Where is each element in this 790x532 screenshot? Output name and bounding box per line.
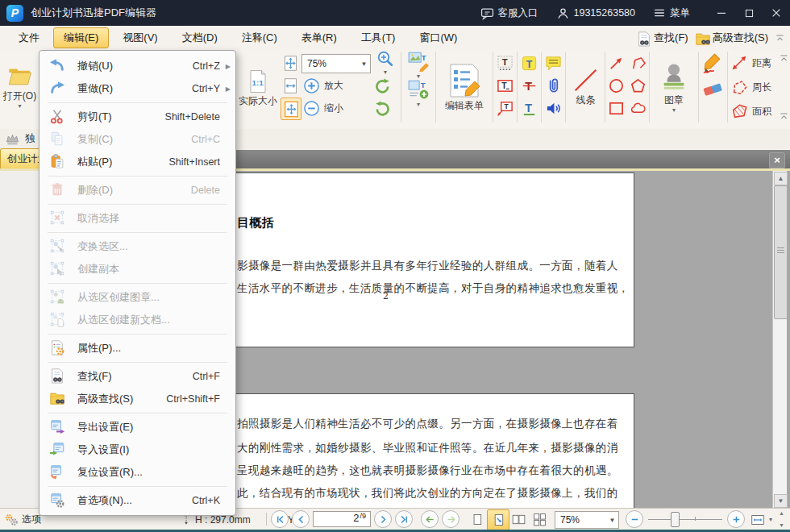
menubar-item-4[interactable]: 文档(D) (172, 27, 228, 48)
zoom-level-combo[interactable]: 75%▼ (301, 54, 371, 73)
collapse-toolbar-icon[interactable] (779, 111, 789, 122)
menubar: 文件编辑(E)视图(V)文档(D)注释(C)表单(R)工具(T)窗口(W) 查找… (0, 26, 790, 50)
scroll-down-mini-icon[interactable]: ▼ (779, 522, 784, 528)
collapse-menubar-icon[interactable] (775, 33, 785, 44)
four-page-layout-button[interactable] (529, 509, 550, 529)
zoom-slider-track[interactable] (648, 519, 722, 520)
pentagon-shape-button[interactable] (628, 75, 648, 96)
menubar-item-2[interactable]: 编辑(E) (53, 27, 109, 48)
textbox-button[interactable]: T (494, 75, 516, 96)
line-tool-button[interactable]: 线条 (568, 52, 604, 121)
underline-button[interactable]: T (518, 98, 540, 118)
open-button[interactable]: 打开(O)▾ (2, 52, 38, 123)
zoom-in-button[interactable]: 放大 (301, 75, 364, 96)
typewriter-button[interactable]: T (494, 52, 516, 73)
polyline-shape-button[interactable] (628, 52, 648, 73)
menu-item-粘贴P[interactable]: 粘贴(P)Shift+Insert (40, 151, 235, 173)
options-button[interactable]: 选项 (3, 511, 41, 528)
menu-item-属性P[interactable]: 属性(P)... (40, 337, 235, 360)
rotate-right-button[interactable] (369, 98, 395, 118)
rectangle-shape-button[interactable] (606, 98, 626, 118)
stamp-button[interactable]: 图章▾ (651, 52, 696, 124)
status-zoom-out-button[interactable] (626, 510, 643, 528)
strikeout-button[interactable]: T (518, 75, 540, 96)
callout-icon: T (497, 100, 514, 117)
fit-width-view-button[interactable]: ▾ (750, 511, 772, 528)
menu-item-shortcut: Shift+Insert (168, 156, 220, 168)
view-back-button[interactable] (421, 510, 439, 528)
sound-button[interactable] (543, 98, 564, 118)
support-entry-link[interactable]: 客服入口 (480, 6, 538, 20)
edit-object-button[interactable]: T▾ (403, 52, 434, 77)
highlight-button[interactable]: T (518, 52, 540, 73)
scroll-up-mini-icon[interactable]: ▲ (779, 510, 784, 516)
menu-item-label: 删除(D) (77, 183, 191, 197)
marquee-zoom-button[interactable]: ▾ (371, 52, 400, 73)
menu-item-高级查找S[interactable]: 高级查找(S)Ctrl+Shift+F (40, 388, 235, 410)
menu-item-剪切T[interactable]: 剪切(T)Shift+Delete (40, 106, 235, 128)
close-button[interactable] (763, 0, 790, 26)
menu-item-导入设置I[interactable]: 导入设置(I) (40, 438, 235, 461)
collapse-toolbar-icon[interactable] (779, 53, 789, 64)
fit-width-button[interactable] (281, 75, 300, 96)
status-zoom-in-button[interactable] (727, 510, 745, 528)
rotate-left-button[interactable] (369, 75, 395, 96)
circle-shape-button[interactable] (606, 75, 626, 96)
menubar-item-8[interactable]: 窗口(W) (409, 27, 468, 48)
scrollbar-thumb[interactable] (774, 185, 788, 319)
statusbar-scroll-corner[interactable]: ▲▼ (775, 510, 788, 528)
menu-item-重做R[interactable]: 重做(R)Ctrl+Y▶ (40, 77, 235, 100)
page-number-input[interactable]: 2/9 (313, 511, 371, 527)
close-icon (770, 6, 783, 19)
menu-item-导出设置E[interactable]: 导出设置(E) (40, 416, 235, 438)
arrow-shape-button[interactable] (606, 52, 626, 73)
edit-form-button[interactable]: 编辑表单 (437, 52, 492, 121)
perimeter-button[interactable]: 周长 (729, 76, 782, 98)
zoom-out-button[interactable]: 缩小 (301, 98, 364, 118)
note-button[interactable] (543, 52, 564, 73)
menu-item-首选项N[interactable]: 首选项(N)...Ctrl+K (40, 489, 235, 512)
menubar-item-7[interactable]: 工具(T) (351, 27, 406, 48)
scroll-up-button[interactable]: ▲ (774, 172, 788, 185)
status-zoom-combo[interactable]: 75%▼ (555, 511, 619, 529)
first-page-button[interactable] (271, 510, 289, 528)
attachment-button[interactable] (543, 75, 564, 96)
continuous-layout-button[interactable] (487, 509, 509, 530)
previous-page-button[interactable] (292, 510, 310, 528)
menubar-item-1[interactable]: 文件 (8, 27, 50, 48)
menubar-item-3[interactable]: 视图(V) (112, 27, 168, 48)
menubar-item-5[interactable]: 注释(C) (231, 27, 288, 48)
typewriter-icon: T (497, 55, 514, 72)
distance-button[interactable]: 距离 (729, 52, 782, 74)
find-menu-button[interactable]: 查找(F) (636, 31, 688, 45)
last-page-button[interactable] (395, 510, 413, 528)
next-page-button[interactable] (374, 510, 392, 528)
pencil-tool-button[interactable] (700, 52, 726, 74)
menu-item-复位设置R[interactable]: 复位设置(R)... (40, 461, 235, 484)
document-close-button[interactable]: × (769, 152, 785, 168)
menu-item-撤销U[interactable]: 撤销(U)Ctrl+Z▶ (40, 55, 235, 77)
area-button[interactable]: 面积 (729, 100, 782, 123)
vertical-scrollbar[interactable]: ▲ ▼ (772, 171, 787, 508)
callout-button[interactable]: T (494, 98, 516, 118)
single-page-layout-button[interactable] (466, 509, 487, 529)
cloud-shape-button[interactable] (628, 98, 648, 118)
view-forward-button[interactable] (442, 510, 459, 528)
menu-item-查找F[interactable]: 查找(F)Ctrl+F (40, 365, 235, 388)
actual-size-button[interactable]: 1:1实际大小 (237, 52, 279, 123)
account-phone[interactable]: 19315263580 (556, 6, 635, 20)
stamp-button-label: 图章 (664, 95, 684, 106)
advanced-find-menu-button[interactable]: 高级查找(S) (695, 31, 768, 45)
fit-visible-button[interactable] (281, 98, 301, 120)
menubar-item-6[interactable]: 表单(R) (291, 27, 347, 48)
eraser-tool-button[interactable] (700, 77, 726, 100)
two-page-layout-button[interactable] (508, 509, 529, 529)
add-content-button[interactable]: T▾ (403, 80, 434, 106)
zoom-slider-thumb[interactable] (671, 512, 680, 527)
menu-item-label: 导入设置(I) (77, 443, 220, 457)
fit-page-button[interactable] (281, 52, 300, 73)
maximize-button[interactable] (735, 0, 763, 26)
minimize-button[interactable] (708, 0, 735, 26)
app-menu-button[interactable]: 菜单 (653, 6, 690, 20)
scroll-down-button[interactable]: ▼ (774, 494, 788, 508)
